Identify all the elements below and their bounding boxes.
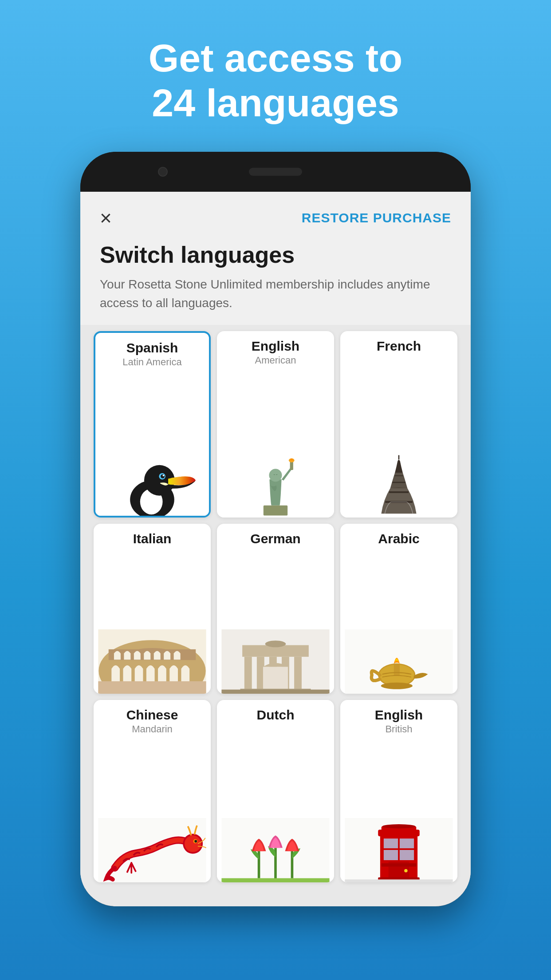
svg-rect-30 [294,657,302,690]
svg-rect-31 [263,667,288,690]
svg-point-38 [381,683,413,689]
svg-point-9 [269,469,282,482]
lang-image-arabic [340,549,457,694]
language-card-english-british[interactable]: English British [340,700,457,883]
lang-name: English [346,707,451,723]
lang-image-spanish [95,371,209,516]
language-grid: Spanish Latin America [80,325,471,889]
headline: Get access to 24 languages [113,36,438,125]
svg-point-43 [194,840,197,843]
screen-subtitle: Your Rosetta Stone Unlimited membership … [100,275,451,312]
lang-sub: American [223,354,328,367]
screen-header: × RESTORE PURCHASE [80,192,471,237]
phone-shell: × RESTORE PURCHASE Switch languages Your… [80,152,471,906]
svg-point-25 [265,640,286,647]
language-card-french[interactable]: French [340,331,457,518]
svg-rect-26 [244,657,252,690]
svg-rect-22 [98,681,206,694]
camera-dot [158,167,168,177]
lang-image-italian [94,549,211,694]
lang-image-english-british [340,738,457,882]
lang-sub: Mandarin [100,723,205,736]
title-section: Switch languages Your Rosetta Stone Unli… [80,237,471,325]
language-card-dutch[interactable]: Dutch [217,700,334,883]
language-card-chinese[interactable]: Chinese Mandarin [94,700,211,883]
close-button[interactable]: × [100,208,112,228]
lang-image-german [217,549,334,694]
svg-rect-33 [221,689,329,693]
restore-purchase-button[interactable]: RESTORE PURCHASE [302,210,451,225]
lang-sub: British [346,723,451,736]
lang-name: Dutch [223,707,328,723]
svg-rect-7 [290,461,293,470]
svg-point-59 [404,869,407,872]
lang-name: Chinese [100,707,205,723]
svg-rect-10 [273,474,275,475]
language-card-english[interactable]: English American [217,331,334,518]
svg-rect-62 [345,880,453,883]
language-card-italian[interactable]: Italian [94,524,211,694]
lang-name: French [346,338,451,354]
lang-image-french [340,357,457,518]
lang-name: Arabic [346,531,451,547]
svg-rect-6 [264,506,287,516]
screen-title: Switch languages [100,241,451,268]
lang-image-dutch [217,726,334,883]
lang-name: Spanish [102,340,203,356]
lang-name: English [223,338,328,354]
svg-point-53 [382,824,416,828]
phone-bottom [80,889,471,906]
phone-screen: × RESTORE PURCHASE Switch languages Your… [80,192,471,889]
phone-top-bar [80,152,471,192]
lang-name: German [223,531,328,547]
svg-rect-48 [221,878,329,882]
lang-sub: Latin America [102,356,203,369]
svg-rect-11 [276,474,278,475]
lang-image-chinese [94,738,211,882]
language-card-spanish[interactable]: Spanish Latin America [94,331,211,518]
language-card-arabic[interactable]: Arabic [340,524,457,694]
svg-rect-60 [382,863,417,866]
svg-point-4 [161,474,165,478]
speaker-grill [249,168,302,176]
svg-rect-21 [109,649,196,660]
language-card-german[interactable]: German [217,524,334,694]
lang-image-english [217,370,334,518]
svg-point-5 [163,474,165,476]
svg-rect-37 [394,664,400,676]
lang-name: Italian [100,531,205,547]
